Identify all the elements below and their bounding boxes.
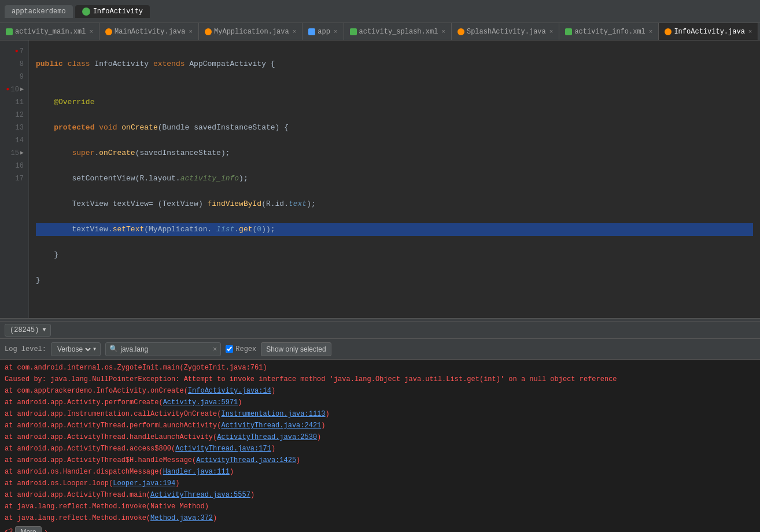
line-numbers: ● 7 8 9 ● 10 ▶ 11 12 13 14 15 ▶ 16 17 (0, 40, 29, 318)
log-link[interactable]: Activity.java:5971 (163, 398, 238, 407)
java-icon (82, 8, 90, 16)
regex-label: Regex (235, 345, 256, 353)
xml-icon-2 (350, 28, 357, 35)
log-search-input[interactable] (120, 345, 213, 353)
log-link[interactable]: ActivityThread.java:5557 (150, 491, 250, 499)
arrow-right-icon: › (44, 526, 48, 532)
log-link[interactable]: Method.java:372 (150, 514, 213, 522)
clear-search-icon[interactable]: ✕ (213, 345, 217, 353)
log-line: at android.app.ActivityThread.performLau… (5, 420, 755, 431)
xml-icon-1 (6, 28, 13, 35)
active-file-tab[interactable]: InfoActivity (75, 5, 150, 18)
log-line: at android.app.Instrumentation.callActiv… (5, 408, 755, 420)
log-line: at android.os.Handler.dispatchMessage(Ha… (5, 466, 755, 478)
log-link[interactable]: InfoActivity.java:14 (188, 387, 271, 395)
close-icon[interactable]: × (549, 28, 554, 35)
log-level-label: Log level: (5, 345, 46, 353)
log-link[interactable]: Handler.java:111 (163, 468, 230, 476)
project-tab[interactable]: apptackerdemo (5, 5, 73, 18)
java-icon-4 (665, 28, 672, 35)
log-line: Caused by: java.lang.NullPointerExceptio… (5, 374, 755, 385)
title-bar: apptackerdemo InfoActivity (0, 0, 760, 23)
file-tab-label: activity_main.xml (15, 28, 86, 36)
process-bar: (28245) ▼ (0, 322, 760, 339)
search-icon: 🔍 (109, 345, 118, 353)
log-line: at com.android.internal.os.ZygoteInit.ma… (5, 362, 755, 374)
close-icon[interactable]: × (89, 28, 93, 35)
log-link[interactable]: ActivityThread.java:2421 (221, 422, 321, 430)
log-line: at android.os.Looper.loop(Looper.java:19… (5, 478, 755, 489)
log-level-select[interactable]: Verbose Debug Info Warn Error (55, 345, 93, 354)
log-link[interactable]: ActivityThread.java:1425 (196, 456, 296, 464)
log-line: at android.app.ActivityThread.access$800… (5, 443, 755, 455)
file-tab-label: activity_info.xml (574, 28, 645, 36)
more-button[interactable]: More (15, 526, 41, 532)
log-link[interactable]: ActivityThread.java:171 (175, 445, 271, 453)
log-bottom: <2 More › (5, 526, 755, 532)
log-line: at android.app.ActivityThread$H.handleMe… (5, 455, 755, 466)
java-icon-3 (458, 28, 464, 35)
log-link[interactable]: ActivityThread.java:2530 (217, 433, 317, 441)
java-icon-1 (105, 28, 112, 35)
regex-check-group: Regex (226, 345, 256, 353)
log-line: at com.apptrackerdemo.InfoActivity.onCre… (5, 385, 755, 397)
file-tab-label: MyApplication.java (214, 28, 289, 36)
process-label: (28245) (10, 326, 39, 334)
show-only-selected-button[interactable]: Show only selected (261, 342, 331, 356)
close-icon[interactable]: × (649, 28, 653, 35)
file-tabs-bar: activity_main.xml × MainActivity.java × … (0, 23, 760, 40)
file-tab-label: MainActivity.java (115, 28, 185, 36)
file-tab-label: activity_splash.xml (359, 28, 438, 36)
log-line: at java.lang.reflect.Method.invoke(Metho… (5, 512, 755, 532)
file-tab-splashactivity[interactable]: SplashActivity.java × (452, 23, 559, 40)
log-line: at java.lang.reflect.Method.invoke(Nativ… (5, 501, 755, 512)
log-line: at android.app.ActivityThread.handleLaun… (5, 431, 755, 443)
close-icon[interactable]: × (293, 28, 297, 35)
xml-icon-3 (565, 28, 572, 35)
file-tab-label: InfoActivity.java (674, 28, 744, 36)
close-icon[interactable]: × (748, 28, 752, 35)
file-tab-infoactivity[interactable]: InfoActivity.java × (659, 23, 758, 40)
log-line: at android.app.ActivityThread.main(Activ… (5, 489, 755, 501)
close-icon[interactable]: × (189, 28, 193, 35)
file-tab-label: app (318, 28, 330, 36)
close-icon[interactable]: × (334, 28, 338, 35)
dropdown-arrow-icon: ▼ (42, 327, 46, 333)
log-content[interactable]: at com.android.internal.os.ZygoteInit.ma… (0, 360, 760, 532)
file-tab-info-xml[interactable]: activity_info.xml × (559, 23, 659, 40)
process-dropdown[interactable]: (28245) ▼ (5, 324, 51, 337)
editor-area: ● 7 8 9 ● 10 ▶ 11 12 13 14 15 ▶ 16 17 pu… (0, 40, 760, 318)
active-file-label: InfoActivity (93, 8, 143, 16)
file-tab-app[interactable]: app × (302, 23, 344, 40)
code-content[interactable]: public class InfoActivity extends AppCom… (29, 40, 760, 318)
log-link[interactable]: Instrumentation.java:1113 (221, 410, 325, 418)
log-level-dropdown[interactable]: Verbose Debug Info Warn Error ▾ (51, 342, 101, 356)
project-label: apptackerdemo (12, 8, 66, 16)
log-line: at android.app.Activity.performCreate(Ac… (5, 397, 755, 408)
java-icon-2 (205, 28, 212, 35)
app-icon (308, 28, 315, 35)
file-tab-activity-main-xml[interactable]: activity_main.xml × (0, 23, 99, 40)
regex-checkbox[interactable] (226, 345, 233, 353)
file-tab-mainactivity[interactable]: MainActivity.java × (99, 23, 199, 40)
log-search-box[interactable]: 🔍 ✕ (105, 342, 221, 356)
log-toolbar: Log level: Verbose Debug Info Warn Error… (0, 339, 760, 360)
close-icon[interactable]: × (441, 28, 445, 35)
log-link[interactable]: Looper.java:194 (113, 479, 175, 487)
dropdown-icon: ▾ (93, 345, 97, 353)
file-tab-splash-xml[interactable]: activity_splash.xml × (344, 23, 452, 40)
file-tab-label: SplashActivity.java (467, 28, 546, 36)
more-count-label: <2 (5, 526, 13, 532)
file-tab-myapplication[interactable]: MyApplication.java × (199, 23, 302, 40)
